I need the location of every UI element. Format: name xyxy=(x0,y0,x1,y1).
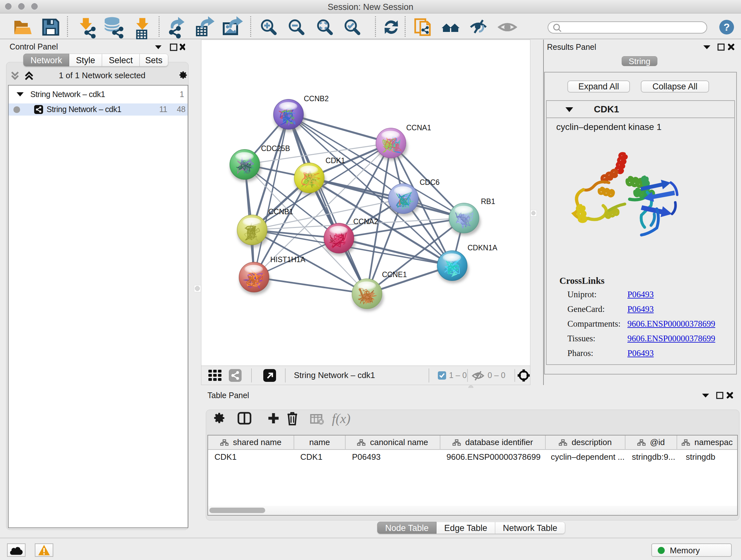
svg-text:CDKN1A: CDKN1A xyxy=(468,244,497,252)
svg-text:CCNB1: CCNB1 xyxy=(268,207,293,216)
svg-text:f(x): f(x) xyxy=(332,411,350,426)
svg-text:HIST1H1A: HIST1H1A xyxy=(270,255,306,264)
svg-text:CCNE1: CCNE1 xyxy=(382,270,407,279)
svg-text:CCNB2: CCNB2 xyxy=(304,95,329,103)
svg-text:CCNA2: CCNA2 xyxy=(353,217,378,226)
svg-text:?: ? xyxy=(724,21,730,33)
svg-text:CDC25B: CDC25B xyxy=(261,144,290,152)
svg-text:CDK1: CDK1 xyxy=(326,157,345,165)
svg-text:RB1: RB1 xyxy=(481,197,495,206)
svg-text:CCNA1: CCNA1 xyxy=(406,124,431,132)
svg-text:CDC6: CDC6 xyxy=(420,178,440,186)
